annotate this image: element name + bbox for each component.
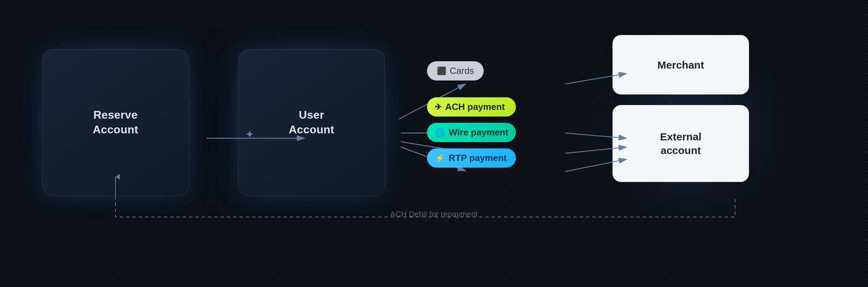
diagram-container: Reserve Account ✦ User Account ⬛ Cards ✈… xyxy=(0,0,868,287)
wire-badge-icon: 🌐 xyxy=(435,128,445,138)
user-account-wrapper: User Account xyxy=(224,35,399,210)
ach-badge-icon: ✈ xyxy=(435,102,442,112)
ach-badge: ✈ ACH payment xyxy=(427,97,516,117)
merchant-title: Merchant xyxy=(657,58,704,72)
wire-badge: 🌐 Wire payment xyxy=(427,123,516,142)
rtp-badge-icon: ⚡ xyxy=(435,153,445,163)
ach-badge-label: ACH payment xyxy=(445,102,505,112)
cards-badge-icon: ⬛ xyxy=(437,66,446,76)
right-cards-wrapper: Merchant External account xyxy=(602,28,777,224)
user-account-title: User Account xyxy=(289,108,334,137)
reserve-account-wrapper: Reserve Account xyxy=(28,35,203,210)
rtp-badge: ⚡ RTP payment xyxy=(427,148,516,168)
sparkle-icon: ✦ xyxy=(245,128,254,141)
reserve-account-title: Reserve Account xyxy=(93,108,138,137)
cards-badge: ⬛ Cards xyxy=(427,61,484,80)
payment-badges-group: ⬛ Cards ✈ ACH payment 🌐 Wire payment ⚡ R… xyxy=(427,61,516,168)
external-account-card: External account xyxy=(612,105,749,182)
ach-debit-label: ACH Debit for repayment xyxy=(390,210,478,219)
merchant-card: Merchant xyxy=(612,35,749,94)
cards-badge-label: Cards xyxy=(450,65,474,76)
external-account-title: External account xyxy=(660,130,701,157)
reserve-account-card: Reserve Account xyxy=(42,49,189,196)
user-account-card: User Account xyxy=(238,49,385,196)
rtp-badge-label: RTP payment xyxy=(449,153,507,163)
wire-badge-label: Wire payment xyxy=(449,127,508,138)
